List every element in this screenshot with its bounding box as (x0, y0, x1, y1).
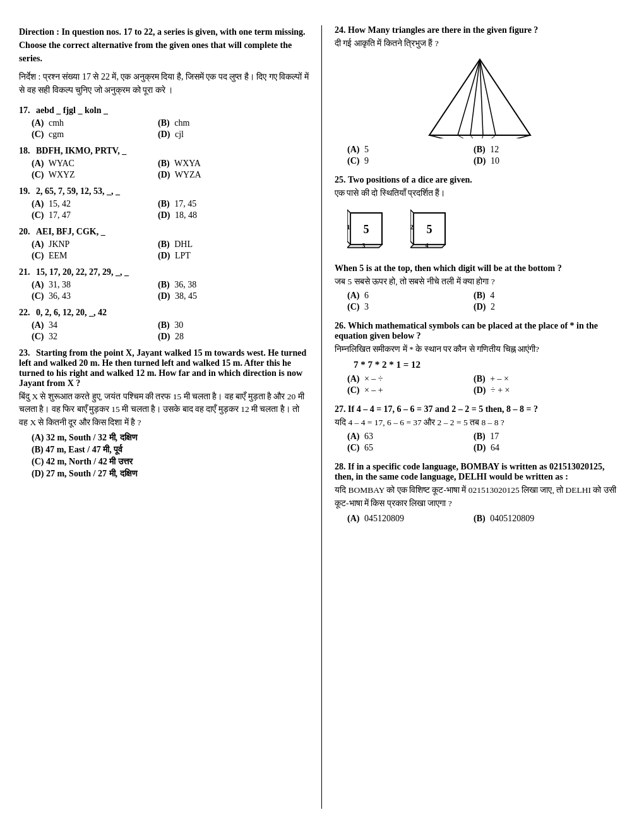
q20-number: 20. (19, 227, 30, 236)
page: Direction : In question nos. 17 to 22, a… (0, 0, 644, 834)
q22-text: 0, 2, 6, 12, 20, _, 42 (36, 308, 107, 317)
q22-option-c: (C) 32 (32, 332, 158, 342)
q24-option-b: (B) 12 (474, 145, 600, 155)
q23-number: 23. (19, 348, 30, 358)
q19-option-d: (D) 18, 48 (158, 210, 284, 221)
q17-options-row1: (A) cmh (B) chm (32, 118, 309, 128)
q24-text-hi: दी गई आकृति में कितने त्रिभुज हैं ? (335, 37, 625, 50)
q28-number: 28. (335, 462, 346, 471)
q17-opt-d-value: cjl (175, 130, 184, 139)
q17-opt-a-label: (A) (32, 118, 44, 128)
q27-option-a: (A) 63 (347, 432, 474, 442)
q25-option-c: (C) 3 (347, 302, 474, 312)
q17-option-a: (A) cmh (32, 118, 158, 128)
q25-option-a: (A) 6 (347, 291, 474, 301)
q28-text-hi: यदि BOMBAY को एक विशिष्ट कूट-भाषा में 02… (335, 484, 625, 510)
q28-text-en: If in a specific code language, BOMBAY i… (335, 462, 605, 481)
q19-option-c: (C) 17, 47 (32, 210, 158, 221)
q18-text: BDFH, IKMO, PRTV, _ (36, 146, 126, 155)
dice-1-svg: 5 1 3 (347, 207, 398, 257)
q23-option-a: (A) 32 m, South / 32 मी, दक्षिण (32, 433, 309, 443)
q20-option-b: (B) DHL (158, 239, 284, 250)
q25-option-d: (D) 2 (474, 302, 600, 312)
q27-options: (A) 63 (B) 17 (C) 65 (347, 432, 625, 453)
q17-number: 17. (19, 106, 30, 115)
question-28: 28. If in a specific code language, BOMB… (335, 462, 625, 524)
right-column: 24. How Many triangles are there in the … (322, 25, 625, 809)
question-27: 27. If 4 – 4 = 17, 6 – 6 = 37 and 2 – 2 … (335, 404, 625, 453)
svg-text:4: 4 (426, 242, 429, 249)
q21-option-b: (B) 36, 38 (158, 280, 284, 290)
q18-number: 18. (19, 146, 30, 155)
q18-option-c: (C) WXYZ (32, 170, 158, 180)
svg-text:5: 5 (364, 223, 369, 236)
svg-text:2: 2 (410, 223, 414, 231)
q19-options-row1: (A) 15, 42 (B) 17, 45 (32, 199, 309, 209)
q26-option-a: (A) × – ÷ (347, 374, 474, 384)
q28-option-b: (B) 0405120809 (474, 514, 600, 524)
q20-option-d: (D) LPT (158, 251, 284, 261)
q21-option-d: (D) 38, 45 (158, 291, 284, 301)
q19-text: 2, 65, 7, 59, 12, 53, _, _ (36, 186, 120, 196)
q26-option-b: (B) + – × (474, 374, 600, 384)
q22-options-row2: (C) 32 (D) 28 (32, 332, 309, 342)
q23-option-c: (C) 42 m, North / 42 मी उत्तर (32, 457, 309, 467)
q26-text-hi: निम्नलिखित समीकरण में * के स्थान पर कौन … (335, 343, 625, 356)
direction-text-en: Direction : In question nos. 17 to 22, a… (19, 25, 309, 65)
question-22: 22. 0, 2, 6, 12, 20, _, 42 (A) 34 (B) 30 (19, 308, 309, 342)
q19-option-b: (B) 17, 45 (158, 199, 284, 209)
q17-opt-c-label: (C) (32, 130, 44, 139)
q28-option-a: (A) 045120809 (347, 514, 474, 524)
q27-option-c: (C) 65 (347, 443, 474, 453)
q21-option-c: (C) 36, 43 (32, 291, 158, 301)
q22-number: 22. (19, 308, 30, 317)
q17-options-row2: (C) cgm (D) cjl (32, 130, 309, 140)
q23-text-en: Starting from the point X, Jayant walked… (19, 348, 306, 388)
q17-text: aebd _ fjgl _ koln _ (36, 106, 108, 115)
q27-option-b: (B) 17 (474, 432, 600, 442)
q26-option-d: (D) ÷ + × (474, 385, 600, 396)
q26-equation: 7 * 7 * 2 * 1 = 12 (354, 360, 625, 370)
q21-options-row2: (C) 36, 43 (D) 38, 45 (32, 291, 309, 301)
q20-options-row2: (C) EEM (D) LPT (32, 251, 309, 261)
q18-option-b: (B) WXYA (158, 159, 284, 169)
triangle-svg (423, 56, 537, 138)
svg-line-1 (458, 59, 480, 135)
direction-text-hi: निर्देश : प्रश्न संख्या 17 से 22 में, एक… (19, 70, 309, 97)
q27-text-en: If 4 – 4 = 17, 6 – 6 = 37 and 2 – 2 = 5 … (348, 404, 538, 414)
q18-options-row2: (C) WXYZ (D) WYZA (32, 170, 309, 180)
q24-number: 24. (335, 25, 346, 35)
q17-opt-a-value: cmh (49, 118, 64, 128)
question-18: 18. BDFH, IKMO, PRTV, _ (A) WYAC (B) WXY… (19, 146, 309, 180)
q21-options-row1: (A) 31, 38 (B) 36, 38 (32, 280, 309, 290)
dice-figure: 5 1 3 5 (347, 207, 625, 257)
two-column-layout: Direction : In question nos. 17 to 22, a… (19, 25, 625, 809)
q20-option-a: (A) JKNP (32, 239, 158, 250)
q22-option-a: (A) 34 (32, 320, 158, 330)
q20-text: AEI, BFJ, CGK, _ (36, 227, 105, 236)
q22-options-row1: (A) 34 (B) 30 (32, 320, 309, 330)
svg-text:3: 3 (362, 242, 366, 249)
q24-option-d: (D) 10 (474, 156, 600, 166)
q26-number: 26. (335, 321, 346, 330)
q26-option-c: (C) × – + (347, 385, 474, 396)
q22-option-b: (B) 30 (158, 320, 284, 330)
q19-options-row2: (C) 17, 47 (D) 18, 48 (32, 210, 309, 221)
q20-option-c: (C) EEM (32, 251, 158, 261)
q20-options-row1: (A) JKNP (B) DHL (32, 239, 309, 250)
q18-option-a: (A) WYAC (32, 159, 158, 169)
q25-sub-text-hi: जब 5 सबसे ऊपर हो, तो सबसे नीचे तली में क… (335, 275, 625, 288)
q24-option-a: (A) 5 (347, 145, 474, 155)
q27-text-hi: यदि 4 – 4 = 17, 6 – 6 = 37 और 2 – 2 = 5 … (335, 416, 625, 429)
question-21: 21. 15, 17, 20, 22, 27, 29, _, _ (A) 31,… (19, 267, 309, 301)
question-25: 25. Two positions of a dice are given. ए… (335, 175, 625, 312)
q24-option-c: (C) 9 (347, 156, 474, 166)
triangle-figure (335, 56, 625, 138)
left-column: Direction : In question nos. 17 to 22, a… (19, 25, 322, 809)
q25-text-hi: एक पासे की दो स्थितियाँ प्रदर्शित हैं। (335, 187, 625, 200)
q18-options-row1: (A) WYAC (B) WXYA (32, 159, 309, 169)
q18-option-d: (D) WYZA (158, 170, 284, 180)
svg-text:1: 1 (347, 223, 350, 231)
q21-text: 15, 17, 20, 22, 27, 29, _, _ (36, 267, 129, 277)
q25-options: (A) 6 (B) 4 (C) 3 (347, 291, 625, 312)
